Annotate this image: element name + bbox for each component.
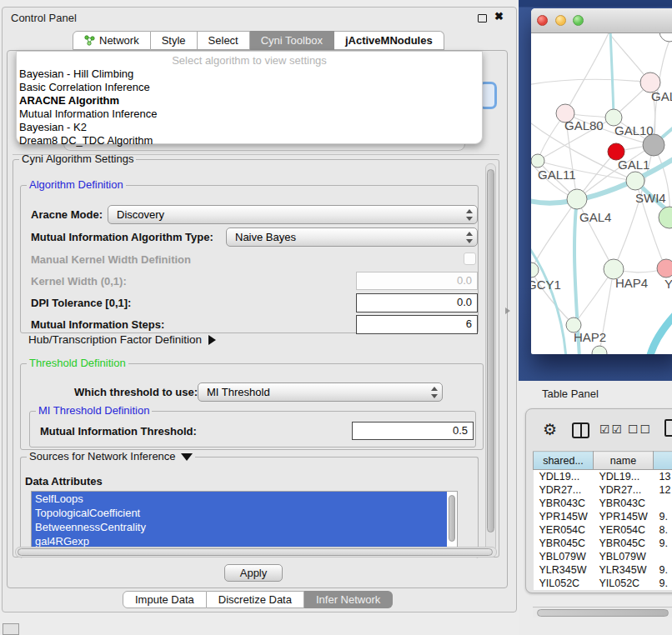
float-window-icon[interactable]	[478, 14, 487, 22]
dpi-tolerance-field[interactable]: 0.0	[356, 293, 478, 312]
dropdown-option[interactable]: Mutual Information Inference	[17, 108, 482, 121]
table-row[interactable]: YBR043CYBR043C	[534, 497, 672, 510]
svg-text:HAP2: HAP2	[574, 330, 606, 344]
stepper-icon	[430, 386, 438, 399]
node-gal11[interactable]	[531, 154, 544, 168]
node[interactable]	[659, 33, 672, 42]
kernel-width-field[interactable]: 0.0	[356, 272, 478, 290]
network-view-window[interactable]: GAL GAL80 GAL10 GAL1 GAL11 SWI4 GAL4 GCY…	[531, 8, 672, 354]
node[interactable]	[592, 346, 607, 354]
select-all-checkboxes-icon[interactable]: ☑☑	[599, 422, 624, 436]
table-row[interactable]: YBR045CYBR045C9.	[534, 537, 672, 550]
tab-discretize-data[interactable]: Discretize Data	[207, 591, 304, 608]
mi-steps-field[interactable]: 6	[356, 315, 478, 334]
gear-icon[interactable]: ⚙	[543, 420, 557, 439]
settings-vertical-scrollbar[interactable]	[485, 163, 496, 552]
table-row[interactable]: YBL079WYBL079W	[534, 550, 672, 563]
threshold-definition-group: Threshold Definition Which threshold to …	[20, 363, 484, 450]
dropdown-option-highlighted[interactable]: ARACNE Algorithm	[17, 94, 482, 108]
node-table: shared... name YDL19...YDL19...13 YDR27.…	[533, 451, 672, 590]
mi-type-combo[interactable]: Naive Bayes	[226, 228, 478, 247]
corner-widget-button[interactable]	[3, 623, 19, 635]
stepper-icon	[465, 231, 473, 244]
list-item[interactable]: TopologicalCoefficient	[32, 506, 447, 520]
aracne-mode-label: Aracne Mode:	[31, 208, 103, 221]
window-minimize-icon[interactable]	[555, 15, 566, 26]
svg-text:HAP4: HAP4	[615, 276, 648, 290]
hscrollbar-thumb[interactable]	[18, 548, 493, 556]
node-swi4[interactable]	[659, 207, 672, 228]
table-row[interactable]: YDR27...YDR27...12	[534, 483, 672, 497]
collapsed-arrow-icon	[208, 335, 216, 345]
table-row[interactable]: YPR145WYPR145W9.	[534, 510, 672, 523]
svg-text:GAL1: GAL1	[618, 158, 649, 172]
bottom-tabbar: Impute Data Discretize Data Infer Networ…	[123, 591, 393, 608]
window-close-icon[interactable]	[537, 15, 548, 26]
algorithm-dropdown-popup: Select algorithm to view settings Bayesi…	[16, 51, 483, 144]
dropdown-option[interactable]: Basic Correlation Inference	[17, 81, 482, 94]
table-hscrollbar-thumb[interactable]	[537, 609, 669, 617]
node-pink[interactable]	[657, 259, 672, 278]
network-labels: GAL GAL80 GAL10 GAL1 GAL11 SWI4 GAL4 GCY…	[531, 89, 672, 344]
table-row[interactable]: YIL052CYIL052C9.	[534, 577, 672, 590]
mi-threshold-field[interactable]: 0.5	[352, 422, 474, 440]
node-gcy1[interactable]	[531, 262, 539, 278]
network-window-titlebar[interactable]	[531, 8, 672, 33]
mi-threshold-definition-title: MI Threshold Definition	[36, 405, 152, 417]
network-canvas[interactable]: GAL GAL80 GAL10 GAL1 GAL11 SWI4 GAL4 GCY…	[531, 33, 672, 354]
dropdown-option[interactable]: Bayesian - K2	[17, 121, 482, 134]
column-header-name[interactable]: name	[594, 452, 654, 470]
node-gal1[interactable]	[626, 172, 644, 190]
aracne-mode-combo[interactable]: Discovery	[108, 205, 478, 224]
stepper-icon	[465, 208, 473, 222]
dropdown-option[interactable]: Bayesian - Hill Climbing	[17, 68, 482, 81]
table-panel-title: Table Panel	[542, 388, 599, 400]
which-threshold-label: Which threshold to use:	[74, 386, 198, 398]
sources-group-title[interactable]: Sources for Network Inference	[27, 451, 195, 462]
list-item[interactable]: BetweennessCentrality	[32, 520, 447, 534]
hub-definition-toggle[interactable]: Hub/Transcription Factor Definition	[28, 333, 216, 346]
control-panel-window: Control Panel ✖ Network Style Select Cyn…	[2, 7, 517, 612]
table-window: ⚙ ☑☑ ☐☐ shared... name YDL19...YDL19...1…	[525, 408, 672, 593]
hidden-group-edge	[13, 154, 499, 155]
svg-text:GAL4: GAL4	[579, 210, 611, 224]
tab-infer-network[interactable]: Infer Network	[304, 591, 393, 608]
svg-text:GAL11: GAL11	[538, 168, 576, 182]
columns-icon[interactable]	[572, 422, 589, 438]
tab-cyni-toolbox[interactable]: Cyni Toolbox	[250, 31, 334, 50]
table-row[interactable]: YER054CYER054C8.	[534, 523, 672, 537]
control-panel-tabbar: Network Style Select Cyni Toolbox jActiv…	[73, 31, 444, 50]
kernel-width-label: Kernel Width (0,1):	[31, 275, 127, 288]
mi-threshold-label: Mutual Information Threshold:	[40, 425, 197, 438]
column-header-cropped[interactable]	[654, 452, 672, 470]
node-gal4[interactable]	[567, 189, 587, 209]
tab-network[interactable]: Network	[73, 31, 151, 50]
table-row[interactable]: YDL19...YDL19...13	[534, 470, 672, 483]
settings-scrollbar-thumb[interactable]	[487, 169, 494, 532]
table-horizontal-scrollbar[interactable]	[533, 607, 672, 618]
list-scrollbar-thumb[interactable]	[449, 495, 455, 542]
apply-button[interactable]: Apply	[224, 564, 283, 582]
dropdown-placeholder: Select algorithm to view settings	[17, 53, 482, 68]
svg-text:GCY1: GCY1	[531, 278, 561, 292]
settings-horizontal-scrollbar[interactable]	[15, 547, 497, 558]
column-header-shared-name[interactable]: shared...	[534, 452, 594, 470]
svg-text:GAL: GAL	[651, 89, 672, 103]
which-threshold-combo[interactable]: MI Threshold	[198, 382, 443, 402]
table-row[interactable]: YLR345WYLR345W9.	[534, 563, 672, 577]
manual-kernel-label: Manual Kernel Width Definition	[31, 253, 191, 266]
tab-style[interactable]: Style	[151, 31, 198, 50]
tab-jactivemnodules[interactable]: jActiveMNodules	[334, 31, 444, 50]
close-icon[interactable]: ✖	[494, 10, 504, 22]
dropdown-option[interactable]: Dream8 DC_TDC Algorithm	[17, 134, 482, 148]
control-panel-title: Control Panel	[11, 12, 77, 24]
table-panel: Table Panel ⚙ ☑☑ ☐☐ shared... name YDL19…	[519, 381, 672, 635]
deselect-all-checkboxes-icon[interactable]: ☐☐	[628, 422, 652, 436]
list-item[interactable]: SelfLoops	[32, 492, 447, 506]
window-zoom-icon[interactable]	[573, 15, 584, 26]
new-table-icon[interactable]	[664, 419, 672, 437]
threshold-definition-title: Threshold Definition	[27, 358, 128, 369]
manual-kernel-checkbox[interactable]	[464, 252, 476, 265]
tab-select[interactable]: Select	[198, 31, 250, 50]
tab-impute-data[interactable]: Impute Data	[123, 591, 207, 608]
